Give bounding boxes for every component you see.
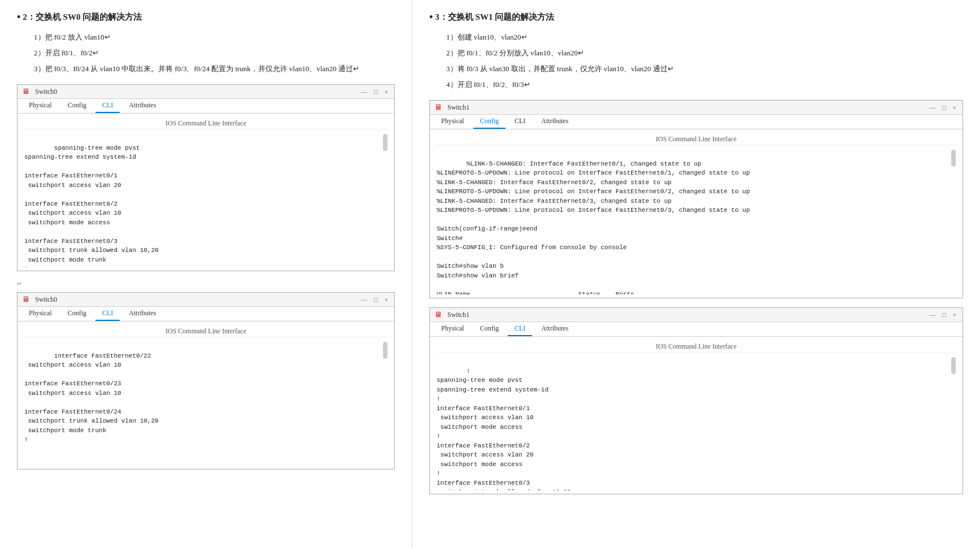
tab-config-r2[interactable]: Config [473,322,506,336]
rwindow2-content: IOS Command Line Interface ! spanning-tr… [430,337,962,494]
close-button-2[interactable]: × [383,296,390,303]
minimize-button-2[interactable]: — [359,296,369,303]
cli-label-1: IOS Command Line Interface [23,117,389,129]
window2-content: IOS Command Line Interface interface Fas… [18,321,394,469]
minimize-button-r1[interactable]: — [927,104,937,111]
cli-area-1[interactable]: spanning-tree mode pvst spanning-tree ex… [23,132,389,267]
tab-physical-2[interactable]: Physical [22,307,59,321]
window1-tabs: Physical Config CLI Attributes [18,99,394,114]
cli-label-2: IOS Command Line Interface [23,325,389,337]
rwindow2-title: Switch1 [447,311,924,319]
tab-physical-r1[interactable]: Physical [434,115,471,129]
close-button-r1[interactable]: × [951,104,958,111]
tab-attributes-1[interactable]: Attributes [122,99,163,113]
scrollbar-1[interactable] [383,134,387,151]
tab-physical-1[interactable]: Physical [22,99,59,113]
cli-label-r2: IOS Command Line Interface [435,340,957,353]
restore-button-r1[interactable]: □ [940,104,948,111]
rwindow2-tabs: Physical Config CLI Attributes [430,322,962,337]
tab-config-r1[interactable]: Config [473,115,506,129]
restore-button-r2[interactable]: □ [940,311,948,318]
tab-attributes-r1[interactable]: Attributes [534,115,575,129]
switch-icon-1: 🖥 [22,87,29,96]
right-section-title: 3：交换机 SW1 问题的解决方法 [429,11,963,23]
return-symbol-left: ↵ [17,280,395,288]
tab-config-1[interactable]: Config [61,99,93,113]
right-steps: 1）创建 vlan10、vlan20↵ 2）把 f0/1、f0/2 分别放入 v… [446,30,963,92]
window1-controls[interactable]: — □ × [359,88,390,95]
rwindow1-controls[interactable]: — □ × [927,104,958,111]
switch1-window-2: 🖥 Switch1 — □ × Physical Config CLI Attr… [429,307,963,494]
switch-icon-r1: 🖥 [434,103,442,112]
tab-config-2[interactable]: Config [61,307,93,321]
left-panel: 2：交换机 SW0 问题的解决方法 1）把 f0/2 放入 vlan10↵ 2）… [0,0,412,548]
rwindow1-tabs: Physical Config CLI Attributes [430,115,962,129]
rwindow2-titlebar: 🖥 Switch1 — □ × [430,308,962,322]
tab-attributes-r2[interactable]: Attributes [534,322,575,336]
scrollbar-r1[interactable] [951,150,956,167]
window1-title: Switch0 [35,88,356,96]
window2-title: Switch0 [35,295,356,304]
cli-area-r2[interactable]: ! spanning-tree mode pvst spanning-tree … [435,355,957,490]
tab-cli-r2[interactable]: CLI [508,322,532,336]
switch0-window-1: 🖥 Switch0 — □ × Physical Config CLI Attr… [17,84,395,271]
close-button-r2[interactable]: × [951,311,958,318]
tab-attributes-2[interactable]: Attributes [122,307,163,321]
rwindow1-content: IOS Command Line Interface %LINK-5-CHANG… [430,129,962,298]
restore-button-1[interactable]: □ [372,88,380,95]
switch1-window-1: 🖥 Switch1 — □ × Physical Config CLI Attr… [429,100,963,298]
cli-area-2[interactable]: interface FastEthernet0/22 switchport ac… [23,340,389,466]
rwindow1-titlebar: 🖥 Switch1 — □ × [430,101,962,115]
cli-area-r1[interactable]: %LINK-5-CHANGED: Interface FastEthernet0… [435,147,957,294]
window1-content: IOS Command Line Interface spanning-tree… [18,114,394,271]
tab-cli-r1[interactable]: CLI [508,115,532,129]
rwindow2-controls[interactable]: — □ × [927,311,958,318]
window2-titlebar: 🖥 Switch0 — □ × [18,293,394,307]
scrollbar-r2[interactable] [951,357,956,374]
switch-icon-r2: 🖥 [434,310,442,319]
close-button-1[interactable]: × [383,88,390,95]
window2-tabs: Physical Config CLI Attributes [18,307,394,321]
minimize-button-r2[interactable]: — [927,311,937,318]
cli-label-r1: IOS Command Line Interface [435,133,957,145]
left-section-title: 2：交换机 SW0 问题的解决方法 [17,11,395,23]
tab-cli-2[interactable]: CLI [95,307,120,321]
right-panel: 3：交换机 SW1 问题的解决方法 1）创建 vlan10、vlan20↵ 2）… [412,0,980,548]
scrollbar-2[interactable] [383,342,387,359]
switch-icon-2: 🖥 [22,295,29,304]
tab-cli-1[interactable]: CLI [95,99,120,113]
window1-titlebar: 🖥 Switch0 — □ × [18,85,394,99]
minimize-button-1[interactable]: — [359,88,369,95]
restore-button-2[interactable]: □ [372,296,380,303]
left-steps: 1）把 f0/2 放入 vlan10↵ 2）开启 f0/1、f0/2↵ 3）把 … [34,30,395,76]
tab-physical-r2[interactable]: Physical [434,322,471,336]
rwindow1-title: Switch1 [447,103,924,112]
switch0-window-2: 🖥 Switch0 — □ × Physical Config CLI Attr… [17,292,395,469]
window2-controls[interactable]: — □ × [359,296,390,303]
